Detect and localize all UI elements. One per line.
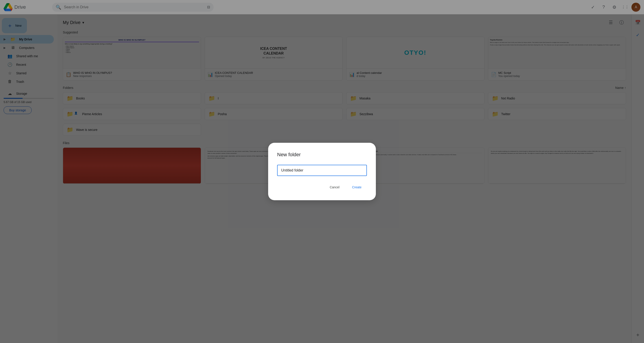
cancel-button[interactable]: Cancel xyxy=(324,183,345,191)
modal-title: New folder xyxy=(277,152,367,158)
modal-overlay: New folder Cancel Create xyxy=(0,0,644,343)
modal-actions: Cancel Create xyxy=(277,183,367,191)
new-folder-modal: New folder Cancel Create xyxy=(268,143,376,200)
create-button[interactable]: Create xyxy=(347,183,367,191)
folder-name-input[interactable] xyxy=(277,165,367,176)
